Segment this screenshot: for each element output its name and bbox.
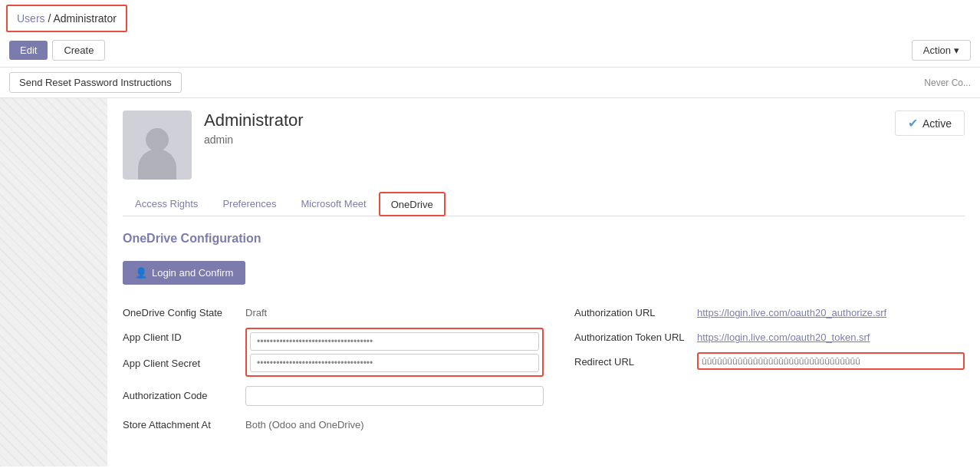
field-auth-token-url: Authorization Token URL https://login.li…: [574, 328, 965, 343]
reset-password-button[interactable]: Send Reset Password Instructions: [9, 72, 182, 93]
app-client-id-label: App Client ID: [123, 328, 245, 343]
auth-url-value[interactable]: https://login.live.com/oauth20_authorize…: [697, 303, 965, 318]
field-store-attachment: Store Attachment At Both (Odoo and OneDr…: [123, 415, 544, 430]
checkmark-icon: ✔: [908, 116, 918, 130]
action-button[interactable]: Action ▾: [912, 40, 971, 61]
breadcrumb: Users / Administrator: [6, 5, 127, 32]
config-state-value: Draft: [245, 303, 544, 318]
auth-token-url-label: Authorization Token URL: [574, 328, 697, 343]
user-info: Administrator admin: [204, 111, 895, 146]
avatar: [123, 111, 192, 180]
toolbar: Edit Create Action ▾: [0, 37, 980, 68]
breadcrumb-parent[interactable]: Users: [17, 12, 45, 25]
field-config-state: OneDrive Config State Draft: [123, 303, 544, 318]
active-badge: ✔ Active: [895, 111, 965, 136]
sub-toolbar: Send Reset Password Instructions Never C…: [0, 68, 980, 98]
store-attachment-value: Both (Odoo and OneDrive): [245, 415, 544, 430]
user-name: Administrator: [204, 111, 895, 130]
tabs: Access Rights Preferences Microsoft Meet…: [123, 192, 965, 216]
left-sidebar: [0, 98, 107, 467]
breadcrumb-separator: /: [45, 12, 54, 25]
user-icon: 👤: [135, 267, 147, 279]
auth-token-url-value[interactable]: https://login.live.com/oauth20_token.srf: [697, 328, 965, 343]
form-left: OneDrive Config State Draft App Client I…: [123, 303, 544, 440]
username: admin: [204, 134, 895, 146]
main-content: Administrator admin ✔ Active Access Righ…: [0, 98, 980, 467]
tab-preferences[interactable]: Preferences: [210, 192, 288, 216]
app-client-id-input[interactable]: [250, 332, 539, 351]
field-auth-url: Authorization URL https://login.live.com…: [574, 303, 965, 318]
field-auth-code: Authorization Code: [123, 386, 544, 406]
onedrive-section: OneDrive Configuration 👤 Login and Confi…: [123, 232, 965, 440]
create-button[interactable]: Create: [52, 40, 105, 61]
field-app-client-group: App Client ID App Client Secret: [123, 328, 544, 377]
redirect-url-text: ûûûûûûûûûûûûûûûûûûûûûûûûûûûûûûû: [702, 356, 860, 367]
login-confirm-label: Login and Confirm: [152, 267, 233, 279]
chevron-down-icon: ▾: [954, 45, 959, 56]
auth-code-label: Authorization Code: [123, 386, 245, 401]
active-label: Active: [922, 117, 952, 130]
breadcrumb-current: Administrator: [53, 12, 116, 25]
config-state-label: OneDrive Config State: [123, 303, 245, 318]
login-confirm-button[interactable]: 👤 Login and Confirm: [123, 261, 245, 285]
app-client-secret-label: App Client Secret: [123, 354, 245, 369]
redirect-url-value: ûûûûûûûûûûûûûûûûûûûûûûûûûûûûûûû: [697, 352, 965, 370]
onedrive-form: OneDrive Config State Draft App Client I…: [123, 303, 965, 440]
tab-access-rights[interactable]: Access Rights: [123, 192, 210, 216]
avatar-body: [138, 149, 176, 180]
onedrive-section-title: OneDrive Configuration: [123, 232, 965, 246]
edit-button[interactable]: Edit: [9, 41, 48, 60]
auth-url-label: Authorization URL: [574, 303, 697, 318]
avatar-head: [146, 128, 169, 151]
store-attachment-label: Store Attachment At: [123, 415, 245, 430]
form-right: Authorization URL https://login.live.com…: [544, 303, 965, 440]
tab-microsoft-meet[interactable]: Microsoft Meet: [288, 192, 378, 216]
redirect-url-label: Redirect URL: [574, 352, 697, 368]
auth-code-input[interactable]: [245, 386, 544, 406]
never-connected-text: Never Co...: [924, 78, 971, 88]
app-client-secret-input[interactable]: [250, 354, 539, 372]
action-label: Action: [923, 45, 951, 56]
user-header: Administrator admin ✔ Active: [123, 111, 965, 180]
content-panel: Administrator admin ✔ Active Access Righ…: [107, 98, 980, 467]
app-client-inputs: [245, 328, 544, 377]
tab-onedrive[interactable]: OneDrive: [379, 192, 446, 216]
field-redirect-url: Redirect URL ûûûûûûûûûûûûûûûûûûûûûûûûûûû…: [574, 352, 965, 370]
